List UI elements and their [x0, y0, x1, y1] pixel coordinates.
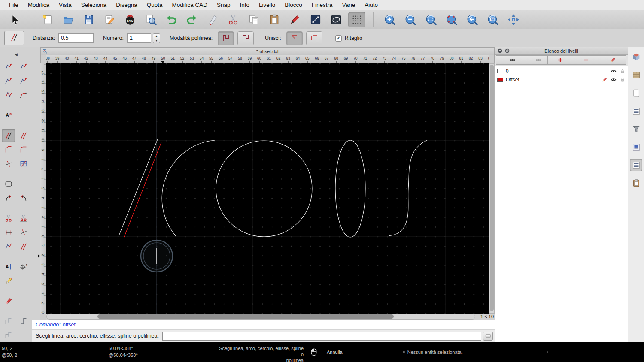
layer-row[interactable]: 0: [495, 67, 628, 75]
tool-divide-button[interactable]: [2, 157, 15, 170]
tool-offset-button[interactable]: [2, 129, 15, 142]
copy-button[interactable]: [245, 12, 262, 27]
panel-close-button[interactable]: [497, 48, 503, 54]
stepper-up-icon[interactable]: ▲: [153, 34, 160, 39]
command-options-button[interactable]: [483, 332, 493, 341]
entity-ellipse[interactable]: [335, 140, 365, 237]
tool-shrink-button[interactable]: [17, 226, 30, 239]
horizontal-scrollbar-thumb[interactable]: [97, 314, 394, 319]
layer-row[interactable]: Offset: [495, 75, 628, 84]
vertical-scrollbar-thumb[interactable]: [490, 65, 494, 311]
ellipse-tool-button[interactable]: [328, 12, 345, 27]
number-input[interactable]: [127, 33, 151, 43]
zoom-window-button[interactable]: [422, 12, 440, 27]
menu-aiuto[interactable]: Aiuto: [360, 0, 383, 10]
paste-button[interactable]: [266, 12, 283, 27]
magnifier-icon[interactable]: [42, 48, 48, 54]
command-input[interactable]: [162, 332, 481, 341]
remove-layer-button[interactable]: [573, 55, 599, 65]
menu-varie[interactable]: Varie: [337, 0, 360, 10]
number-stepper[interactable]: ▲▼: [153, 33, 160, 43]
blank-panel-panel-button[interactable]: [630, 87, 642, 99]
menu-modifica-cad[interactable]: Modifica CAD: [167, 0, 212, 10]
drawing-canvas[interactable]: [46, 63, 489, 314]
stepper-down-icon[interactable]: ▼: [153, 39, 160, 43]
toggle-layer-visibility-button[interactable]: [529, 55, 548, 65]
menu-modifica[interactable]: Modifica: [23, 0, 54, 10]
palette-collapse-button[interactable]: ◀: [0, 52, 32, 59]
selection-filter-panel-button[interactable]: [630, 123, 642, 135]
selection-arrow-button[interactable]: [6, 12, 23, 27]
entity-offset-line[interactable]: [124, 142, 161, 237]
tool-combine-button[interactable]: [17, 314, 30, 328]
redo-button[interactable]: [183, 12, 200, 27]
menu-vista[interactable]: Vista: [54, 0, 76, 10]
tool-polyline-from-segments-button[interactable]: [2, 88, 15, 102]
block-list-panel-button[interactable]: [630, 141, 642, 153]
tool-fillet-button[interactable]: [17, 143, 30, 156]
layer-lock-icon[interactable]: [619, 77, 626, 83]
zoom-in-button[interactable]: [381, 12, 398, 27]
clipboard-viewer-panel-button[interactable]: [630, 177, 642, 189]
tool-bevel-button[interactable]: [2, 143, 15, 156]
svg-export-button[interactable]: SVG: [122, 12, 139, 27]
entity-spline[interactable]: [389, 140, 427, 236]
auto-zoom-button[interactable]: [505, 12, 522, 27]
tool-auto-trim-button[interactable]: [2, 177, 15, 190]
tool-explode-button[interactable]: [2, 314, 15, 328]
menu-snap[interactable]: Snap: [212, 0, 235, 10]
menu-blocco[interactable]: Blocco: [280, 0, 307, 10]
tool-stretch-button[interactable]: [2, 240, 15, 253]
tool-misc-button[interactable]: [2, 329, 15, 342]
tool-align-reference-button[interactable]: A: [2, 109, 15, 122]
entity-arc[interactable]: [162, 140, 215, 236]
view-previous-button[interactable]: [464, 12, 481, 27]
undo-button[interactable]: [163, 12, 180, 27]
open-file-button[interactable]: [60, 12, 77, 27]
menu-livello[interactable]: Livello: [254, 0, 280, 10]
layer-edit-icon[interactable]: [601, 68, 608, 75]
show-all-layers-button[interactable]: [496, 55, 529, 65]
print-preview-button[interactable]: [142, 12, 159, 27]
layer-lock-icon[interactable]: [619, 68, 626, 75]
edit-layer-button[interactable]: [599, 55, 626, 65]
entity-original-line[interactable]: [119, 139, 158, 235]
edit-document-button[interactable]: [101, 12, 118, 27]
draw-pen-button[interactable]: [286, 12, 304, 27]
tool-polyline-append-button[interactable]: [2, 60, 15, 73]
layer-visibility-icon[interactable]: [610, 77, 617, 83]
layer-color-swatch[interactable]: [497, 78, 503, 82]
tool-polyline-add-node-button[interactable]: [17, 60, 30, 73]
layer-list-panel-button[interactable]: [630, 159, 642, 171]
horizontal-scrollbar[interactable]: [46, 314, 475, 320]
menu-file[interactable]: File: [4, 0, 23, 10]
tool-polyline-delete-node-button[interactable]: [2, 74, 15, 87]
panel-detach-button[interactable]: [504, 48, 510, 54]
ritaglio-checkbox[interactable]: ✓: [335, 35, 342, 42]
entity-circle[interactable]: [216, 141, 312, 237]
vertical-scrollbar[interactable]: [489, 63, 495, 314]
tool-lengthen-button[interactable]: [2, 226, 15, 239]
zoom-out-button[interactable]: [402, 12, 419, 27]
save-file-button[interactable]: [80, 12, 97, 27]
library-browser-panel-button[interactable]: [630, 69, 642, 81]
menu-quota[interactable]: Quota: [142, 0, 167, 10]
polyline-mode-gap-button[interactable]: [237, 31, 254, 45]
tool-draw-freehand-button[interactable]: [2, 274, 15, 287]
line-tool-button[interactable]: [307, 12, 324, 27]
tool-trim-button[interactable]: [2, 211, 15, 225]
join-corner-button[interactable]: [286, 31, 303, 45]
distance-input[interactable]: [58, 33, 94, 43]
new-document-button[interactable]: [39, 12, 56, 27]
join-none-button[interactable]: [306, 31, 322, 45]
cut-button[interactable]: [225, 12, 242, 27]
polyline-mode-solid-button[interactable]: [218, 31, 234, 45]
property-editor-panel-button[interactable]: [630, 51, 642, 63]
tool-round-all-button[interactable]: [17, 191, 30, 205]
add-layer-button[interactable]: [547, 55, 573, 65]
tool-trim-both-button[interactable]: [17, 211, 30, 225]
menu-disegna[interactable]: Disegna: [111, 0, 142, 10]
tool-move-reference-button[interactable]: [17, 240, 30, 253]
eraser-button[interactable]: [204, 12, 221, 27]
tool-round-corner-button[interactable]: [2, 191, 15, 205]
